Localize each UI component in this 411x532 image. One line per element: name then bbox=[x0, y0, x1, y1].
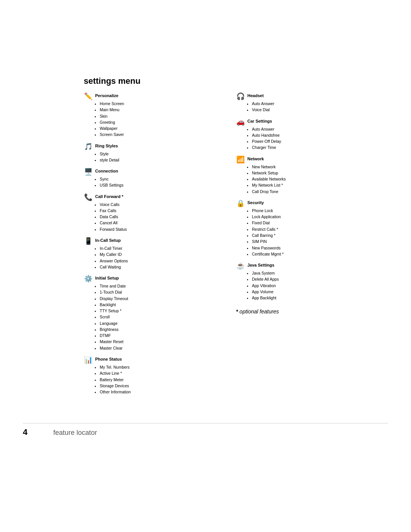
section-header-in-call-setup: 📱In-Call Setup bbox=[84, 238, 228, 244]
section-header-headset: 🎧Headset bbox=[236, 93, 381, 100]
list-item: Call Waiting bbox=[100, 264, 228, 270]
list-item: Brightness bbox=[100, 326, 228, 332]
section-header-personalize: ✏️Personalize bbox=[84, 93, 228, 100]
section-title-in-call-setup: In-Call Setup bbox=[95, 238, 121, 243]
call-forward-icon: 📞 bbox=[84, 194, 93, 201]
list-item: Cancel All bbox=[100, 220, 228, 226]
section-title-call-forward: Call Forward * bbox=[95, 194, 123, 199]
java-settings-icon: ☕ bbox=[236, 262, 245, 269]
section-connection: 🖥️ConnectionSyncUSB Settings bbox=[84, 168, 228, 189]
list-item: Fax Calls bbox=[100, 208, 228, 214]
section-headset: 🎧HeadsetAuto AnswerVoice Dial bbox=[236, 93, 381, 113]
section-car-settings: 🚗Car SettingsAuto AnswerAuto HandsfreePo… bbox=[236, 118, 381, 151]
section-items-initial-setup: Time and Date1-Touch DialDisplay Timeout… bbox=[95, 283, 228, 351]
list-item: Fixed Dial bbox=[252, 220, 381, 226]
list-item: In-Call Timer bbox=[100, 245, 228, 251]
list-item: Battery Meter bbox=[100, 377, 228, 383]
personalize-icon: ✏️ bbox=[84, 93, 93, 100]
connection-icon: 🖥️ bbox=[84, 168, 93, 175]
initial-setup-icon: ⚙️ bbox=[84, 275, 93, 282]
section-title-personalize: Personalize bbox=[95, 93, 118, 98]
list-item: Master Reset bbox=[100, 339, 228, 345]
section-header-connection: 🖥️Connection bbox=[84, 168, 228, 175]
section-title-security: Security bbox=[247, 200, 264, 205]
section-header-call-forward: 📞Call Forward * bbox=[84, 194, 228, 201]
footer: 4 feature locator bbox=[23, 423, 388, 437]
section-header-phone-status: 📊Phone Status bbox=[84, 356, 228, 363]
section-title-connection: Connection bbox=[95, 168, 118, 174]
section-personalize: ✏️PersonalizeHome ScreenMain MenuSkinGre… bbox=[84, 93, 228, 138]
section-header-ring-styles: 🎵Ring Styles bbox=[84, 143, 228, 150]
section-title-ring-styles: Ring Styles bbox=[95, 143, 118, 149]
list-item: Forward Status bbox=[100, 226, 228, 232]
list-item: Auto Handsfree bbox=[252, 132, 381, 138]
list-item: Lock Application bbox=[252, 214, 381, 220]
section-title-phone-status: Phone Status bbox=[95, 356, 122, 362]
list-item: Master Clear bbox=[100, 345, 228, 351]
section-title-network: Network bbox=[247, 156, 264, 161]
section-title-initial-setup: Initial Setup bbox=[95, 275, 119, 281]
section-call-forward: 📞Call Forward *Voice CallsFax CallsData … bbox=[84, 194, 228, 232]
list-item: Delete All Apps bbox=[252, 276, 381, 282]
list-item: My Caller ID bbox=[100, 251, 228, 257]
list-item: Style bbox=[100, 151, 228, 157]
ring-styles-icon: 🎵 bbox=[84, 143, 93, 150]
list-item: Backlight bbox=[100, 302, 228, 308]
phone-status-icon: 📊 bbox=[84, 356, 93, 363]
section-network: 📶NetworkNew NetworkNetwork SetupAvailabl… bbox=[236, 156, 381, 195]
list-item: Voice Calls bbox=[100, 201, 228, 208]
section-items-car-settings: Auto AnswerAuto HandsfreePower-Off Delay… bbox=[247, 126, 381, 151]
section-items-personalize: Home ScreenMain MenuSkinGreetingWallpape… bbox=[95, 101, 228, 138]
list-item: Display Timeout bbox=[100, 296, 228, 302]
section-items-network: New NetworkNetwork SetupAvailable Networ… bbox=[247, 164, 381, 195]
left-column: ✏️PersonalizeHome ScreenMain MenuSkinGre… bbox=[84, 93, 236, 400]
list-item: Auto Answer bbox=[252, 126, 381, 132]
section-java-settings: ☕Java SettingsJava SystemDelete All Apps… bbox=[236, 262, 381, 301]
list-item: Certificate Mgmt * bbox=[252, 251, 381, 257]
list-item: USB Settings bbox=[100, 182, 228, 188]
section-title-java-settings: Java Settings bbox=[247, 262, 274, 268]
section-header-security: 🔒Security bbox=[236, 200, 381, 207]
footer-title: feature locator bbox=[53, 429, 97, 437]
list-item: Java System bbox=[252, 270, 381, 276]
list-item: Answer Options bbox=[100, 258, 228, 264]
list-item: style Detail bbox=[100, 157, 228, 163]
section-ring-styles: 🎵Ring StylesStylestyle Detail bbox=[84, 143, 228, 163]
list-item: Phone Lock bbox=[252, 208, 381, 214]
list-item: Wallpaper bbox=[100, 125, 228, 131]
list-item: SIM PIN bbox=[252, 238, 381, 244]
list-item: Data Calls bbox=[100, 214, 228, 220]
list-item: Auto Answer bbox=[252, 101, 381, 107]
list-item: Power-Off Delay bbox=[252, 138, 381, 144]
list-item: App Backlight bbox=[252, 295, 381, 301]
list-item: App Volume bbox=[252, 289, 381, 295]
section-title-headset: Headset bbox=[247, 93, 264, 98]
list-item: Time and Date bbox=[100, 283, 228, 289]
list-item: Network Setup bbox=[252, 170, 381, 176]
list-item: DTMF bbox=[100, 332, 228, 339]
list-item: Active Line * bbox=[100, 370, 228, 376]
content-columns: ✏️PersonalizeHome ScreenMain MenuSkinGre… bbox=[84, 93, 388, 400]
section-items-java-settings: Java SystemDelete All AppsApp VibrationA… bbox=[247, 270, 381, 301]
list-item: Call Drop Tone bbox=[252, 189, 381, 195]
list-item: New Passwords bbox=[252, 245, 381, 251]
list-item: Storage Devices bbox=[100, 383, 228, 389]
section-items-call-forward: Voice CallsFax CallsData CallsCancel All… bbox=[95, 201, 228, 232]
section-items-phone-status: My Tel. NumbersActive Line *Battery Mete… bbox=[95, 364, 228, 395]
security-icon: 🔒 bbox=[236, 200, 245, 207]
page-title: settings menu bbox=[84, 76, 388, 86]
section-items-in-call-setup: In-Call TimerMy Caller IDAnswer OptionsC… bbox=[95, 245, 228, 270]
list-item: Charger Time bbox=[252, 144, 381, 150]
section-items-headset: Auto AnswerVoice Dial bbox=[247, 101, 381, 113]
list-item: Scroll bbox=[100, 314, 228, 320]
list-item: Other Information bbox=[100, 389, 228, 395]
list-item: Home Screen bbox=[100, 101, 228, 107]
list-item: Main Menu bbox=[100, 107, 228, 113]
list-item: Call Barring * bbox=[252, 232, 381, 238]
list-item: TTY Setup * bbox=[100, 308, 228, 314]
section-items-ring-styles: Stylestyle Detail bbox=[95, 151, 228, 163]
right-column: 🎧HeadsetAuto AnswerVoice Dial🚗Car Settin… bbox=[236, 93, 388, 400]
list-item: Available Networks bbox=[252, 176, 381, 182]
list-item: App Vibration bbox=[252, 283, 381, 289]
section-items-connection: SyncUSB Settings bbox=[95, 176, 228, 189]
